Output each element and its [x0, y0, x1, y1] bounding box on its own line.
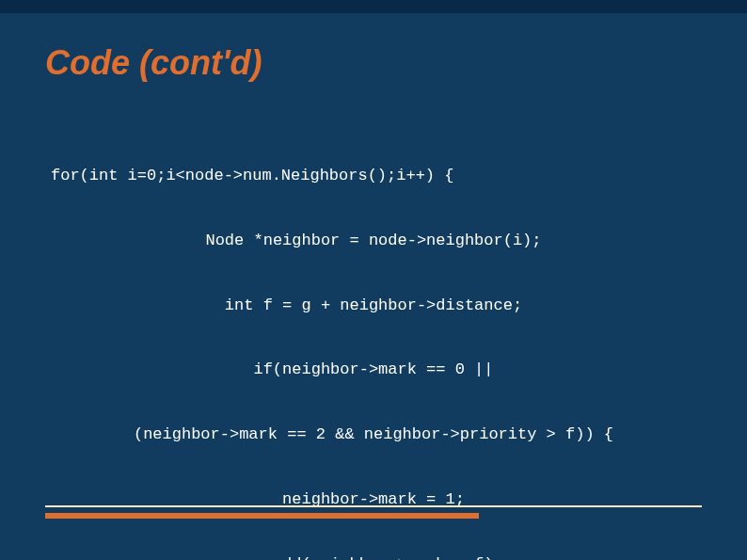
top-bar	[0, 0, 747, 13]
code-line: Node *neighbor = node->neighbor(i);	[45, 231, 702, 252]
code-line: int f = g + neighbor->distance;	[45, 296, 702, 317]
code-line: (neighbor->mark == 2 && neighbor->priori…	[45, 424, 702, 446]
footer-rule	[45, 505, 702, 519]
slide-title: Code (cont'd)	[45, 43, 702, 83]
rule-thick	[45, 513, 479, 519]
code-block: for(int i=0;i<node->num.Neighbors();i++)…	[45, 122, 702, 560]
slide-content: Code (cont'd) for(int i=0;i<node->num.Ne…	[0, 13, 747, 560]
rule-thin	[45, 505, 702, 507]
code-line: for(int i=0;i<node->num.Neighbors();i++)…	[45, 166, 702, 187]
code-line: pq.add(neighbor->number,f);	[45, 554, 702, 560]
code-line: if(neighbor->mark == 0 ||	[45, 360, 702, 381]
